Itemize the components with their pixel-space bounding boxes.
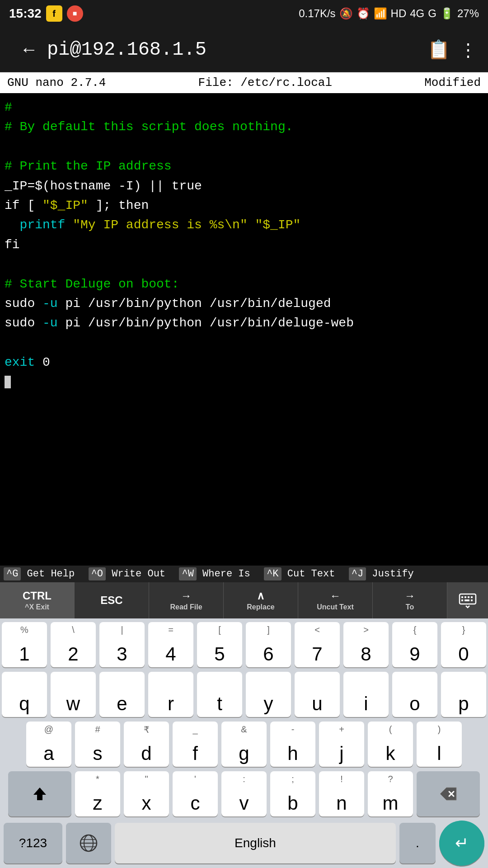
code-line-12: sudo -u pi /usr/bin/python /usr/bin/delu… [5,313,483,333]
svg-rect-6 [465,599,469,601]
kb-key-g[interactable]: &g [221,722,267,767]
kb-key-u[interactable]: u [295,672,340,717]
kb-key-5[interactable]: [5 [197,622,242,667]
kb-key-8[interactable]: >8 [343,622,389,667]
kb-backspace-key[interactable] [417,771,480,816]
code-line-13 [5,333,483,353]
code-line-5: _IP=$(hostname -I) || true [5,176,483,196]
kb-key-j[interactable]: +j [319,722,364,767]
kb-key-n[interactable]: !n [319,771,364,816]
kb-asdf-row: @a #s ₹d _f &g -h +j (k )l [2,722,486,767]
wifi-icon: 📶 [374,7,387,20]
kb-key-3[interactable]: |3 [99,622,145,667]
code-line-15 [5,372,483,392]
nano-modified: Modified [424,76,481,90]
kb-key-s[interactable]: #s [75,722,120,767]
svg-rect-2 [465,596,466,598]
kb-key-7[interactable]: <7 [295,622,340,667]
code-line-14: exit 0 [5,353,483,372]
enter-key[interactable]: ↵ [439,821,484,866]
code-line-4: # Print the IP address [5,156,483,176]
kb-key-1[interactable]: %1 [2,622,47,667]
alarm-icon: ⏰ [357,7,370,20]
kb-key-c[interactable]: 'c [173,771,218,816]
kb-key-6[interactable]: ]6 [246,622,291,667]
ctrl-key-replace[interactable]: ∧ Replace [224,582,298,618]
mute-icon: 🔕 [339,7,353,20]
globe-key[interactable] [66,823,111,863]
space-label: English [235,836,276,850]
svg-rect-0 [460,594,476,604]
kb-key-w[interactable]: w [51,672,96,717]
network-speed: 0.17K/s [299,7,335,20]
kb-key-t[interactable]: t [197,672,242,717]
ctrl-row: CTRL ^X Exit ESC → Read File ∧ Replace ←… [0,582,488,618]
ctrl-key-ctrl[interactable]: CTRL ^X Exit [0,582,75,618]
kb-key-l[interactable]: )l [417,722,462,767]
kb-shift-key[interactable] [8,771,71,816]
app-icon-yellow: f [46,5,62,22]
signal-hd: HD [391,7,407,20]
kb-number-row: %1 \2 |3 =4 [5 ]6 <7 >8 {9 }0 [2,622,486,667]
code-editor[interactable]: # # By default this script does nothing.… [0,93,488,566]
kb-qwerty-row: q w e r t y u i o p [2,672,486,717]
kb-key-f[interactable]: _f [173,722,218,767]
code-line-9 [5,255,483,274]
code-line-8: fi [5,235,483,255]
menu-button[interactable]: ⋮ [459,39,477,60]
battery-percent: 27% [457,7,479,20]
code-line-3 [5,137,483,156]
code-line-6: if [ "$_IP" ]; then [5,196,483,215]
nano-status-bar: GNU nano 2.7.4 File: /etc/rc.local Modif… [0,72,488,93]
kb-key-k[interactable]: (k [368,722,413,767]
period-key[interactable]: . [399,823,436,863]
kb-key-0[interactable]: }0 [441,622,486,667]
kb-key-v[interactable]: :v [221,771,267,816]
kb-zxcv-row: *z "x 'c :v ;b !n ?m [2,771,486,816]
kb-key-m[interactable]: ?m [368,771,413,816]
code-line-11: sudo -u pi /usr/bin/python /usr/bin/delu… [5,294,483,313]
space-key[interactable]: English [115,823,396,863]
kb-key-o[interactable]: o [392,672,437,717]
kb-key-b[interactable]: ;b [270,771,315,816]
kb-key-a[interactable]: @a [26,722,71,767]
kb-key-q[interactable]: q [2,672,47,717]
kb-key-d[interactable]: ₹d [124,722,169,767]
code-line-1: # [5,98,483,117]
num-sym-key[interactable]: ?123 [4,823,62,863]
nav-title: pi@192.168.1.5 [47,39,418,61]
ctrl-key-uncut[interactable]: ← Uncut Text [298,582,373,618]
kb-key-e[interactable]: e [99,672,145,717]
svg-rect-5 [461,599,463,601]
nav-bar: ← pi@192.168.1.5 📋 ⋮ [0,27,488,72]
kb-key-p[interactable]: p [441,672,486,717]
ctrl-key-readfile[interactable]: → Read File [149,582,224,618]
num-sym-label: ?123 [19,836,47,850]
globe-icon [78,832,99,854]
ctrl-key-to[interactable]: → To [373,582,447,618]
ctrl-key-esc[interactable]: ESC [75,582,149,618]
keyboard-toggle-button[interactable] [447,582,488,618]
battery-icon: 🔋 [440,7,454,20]
code-line-10: # Start Deluge on boot: [5,274,483,294]
clipboard-button[interactable]: 📋 [427,39,450,60]
status-bar: 15:32 f ■ 0.17K/s 🔕 ⏰ 📶 HD 4G G 🔋 27% [0,0,488,27]
kb-key-x[interactable]: "x [124,771,169,816]
svg-rect-4 [471,596,473,598]
app-icon-red: ■ [67,5,83,22]
bottom-bar: ?123 English . ↵ [0,818,488,868]
kb-key-h[interactable]: -h [270,722,315,767]
kb-key-y[interactable]: y [246,672,291,717]
kb-key-i[interactable]: i [343,672,389,717]
kb-key-4[interactable]: =4 [148,622,193,667]
nano-shortcuts: ^G Get Help ^O Write Out ^W Where Is ^K … [0,566,488,582]
kb-key-9[interactable]: {9 [392,622,437,667]
kb-key-z[interactable]: *z [75,771,120,816]
kb-key-2[interactable]: \2 [51,622,96,667]
kb-key-r[interactable]: r [148,672,193,717]
nano-version: GNU nano 2.7.4 [7,76,106,90]
back-button[interactable]: ← [20,39,38,60]
nano-filename: File: /etc/rc.local [198,76,332,90]
signal-g: G [428,7,436,20]
code-line-2: # By default this script does nothing. [5,117,483,137]
